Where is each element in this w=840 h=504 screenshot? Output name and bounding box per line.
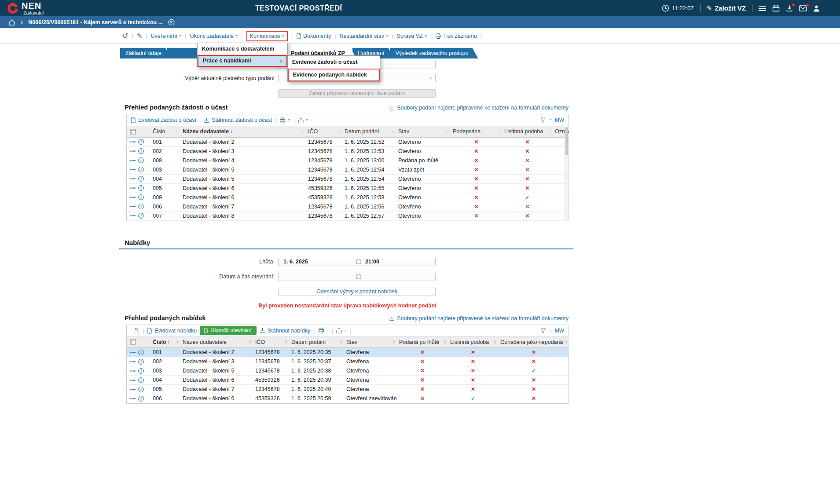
info-icon[interactable]: i <box>138 350 144 355</box>
table-row[interactable]: i007Dodavatel - školení 8123456781. 6. 2… <box>127 211 569 220</box>
table-row[interactable]: i009Dodavatel - školení 6453593261. 6. 2… <box>127 193 569 202</box>
print-button[interactable]: ▽ <box>279 117 290 123</box>
table-row[interactable]: i002Dodavatel - školení 3123456781. 6. 2… <box>127 357 569 366</box>
calendar-icon[interactable] <box>772 5 780 12</box>
filter-caret-icon[interactable]: ▽ <box>285 341 287 344</box>
filter-caret-icon[interactable]: ▽ <box>393 341 395 344</box>
mail-icon[interactable] <box>799 5 807 11</box>
column-header[interactable]: Stav▽ <box>344 337 396 348</box>
filter-caret-icon[interactable]: ▽ <box>340 341 342 344</box>
calendar-small-icon[interactable] <box>356 274 361 279</box>
filter-caret-icon[interactable]: ▽ <box>494 341 496 344</box>
lhuta-field[interactable]: 1. 6. 2025 21:00 <box>278 258 436 266</box>
info-icon[interactable]: i <box>138 148 144 154</box>
print-button[interactable]: ▽ <box>318 328 329 333</box>
filter-caret-icon[interactable]: ▽ <box>176 130 179 134</box>
row-menu-icon[interactable] <box>130 187 136 189</box>
filter-icon[interactable] <box>540 328 546 333</box>
table-row[interactable]: i006Dodavatel - školení 7123456781. 6. 2… <box>127 202 569 211</box>
toolbar-item-dokumenty[interactable]: Dokumenty <box>296 33 331 39</box>
row-menu-icon[interactable] <box>130 141 136 142</box>
filter-caret-icon[interactable]: ▽ <box>498 130 500 134</box>
download-offers-button[interactable]: Stáhnout nabídky <box>260 328 310 334</box>
row-menu-icon[interactable] <box>130 197 136 198</box>
finish-opening-button[interactable]: Ukončit otevírání <box>200 326 257 335</box>
row-menu-icon[interactable] <box>130 150 136 152</box>
filter-caret-icon[interactable]: ▽ <box>392 130 394 134</box>
table-row[interactable]: i001Dodavatel - školení 2123456781. 6. 2… <box>127 348 569 357</box>
filter-caret-icon[interactable]: ▽ <box>565 341 568 344</box>
row-menu-icon[interactable] <box>130 361 136 362</box>
toolbar-item-komunikace[interactable]: Komunikace▽ Komunikace s dodavatelem Prá… <box>246 31 288 41</box>
column-header[interactable]: Listinná podoba▽ <box>502 126 552 137</box>
row-menu-icon[interactable] <box>130 206 136 207</box>
offers-files-link[interactable]: Soubory podání najdete připravené ke sta… <box>389 315 569 321</box>
table-scrollbar[interactable] <box>565 126 568 221</box>
filter-caret-icon[interactable]: ▽ <box>249 341 251 344</box>
table-row[interactable]: i004Dodavatel - školení 5123456781. 6. 2… <box>127 174 569 183</box>
menu-item-komunikace-s-dodavatelem[interactable]: Komunikace s dodavatelem <box>198 43 287 55</box>
filter-caret-icon[interactable]: ▽ <box>444 341 446 344</box>
column-header[interactable]: Označena jako nepodaná▽ <box>498 337 569 348</box>
toolbar-item-tisk-zaznamu[interactable]: Tisk záznamu <box>435 33 477 39</box>
menu-item-evidence-podanych-nabidek[interactable]: Evidence podaných nabídek <box>288 69 380 81</box>
filter-caret-icon[interactable]: ▽ <box>338 130 341 134</box>
info-icon[interactable]: i <box>138 194 144 200</box>
calendar-small-icon[interactable] <box>356 259 361 264</box>
table-row[interactable]: i001Dodavatel - školení 2123456781. 6. 2… <box>127 137 569 146</box>
info-icon[interactable]: i <box>138 377 144 383</box>
column-header[interactable]: Název dodavatele ↑▽ <box>180 126 305 137</box>
info-icon[interactable]: i <box>138 387 144 392</box>
row-menu-icon[interactable] <box>130 389 136 390</box>
menu-icon[interactable] <box>759 6 766 11</box>
info-icon[interactable]: i <box>138 359 144 365</box>
row-menu-icon[interactable] <box>130 370 136 372</box>
table-row[interactable]: i003Dodavatel - školení 5123456781. 6. 2… <box>127 165 569 174</box>
column-header[interactable]: Listinná podoba▽ <box>448 337 498 348</box>
create-vz-button[interactable]: ✎ Založit VZ <box>707 4 746 12</box>
column-header[interactable]: Datum podání▽ <box>342 126 396 137</box>
column-header[interactable]: Číslo▽ <box>150 126 180 137</box>
column-header[interactable]: Datum podání▽ <box>289 337 344 348</box>
filter-icon[interactable] <box>540 117 546 123</box>
export-button[interactable]: ▽ <box>336 328 346 333</box>
register-offer-button[interactable]: Evidovat nabídku <box>147 328 197 334</box>
info-icon[interactable]: i <box>138 213 144 219</box>
table-row[interactable]: i006Dodavatel - školení 6453593261. 6. 2… <box>127 394 569 403</box>
menu-item-evidence-zadosti-o-ucast[interactable]: Evidence žádostí o účast <box>288 56 380 69</box>
row-menu-icon[interactable] <box>130 398 136 399</box>
toolbar-item-ukony-zadavatele[interactable]: Úkony zadavatele▽ <box>190 33 238 39</box>
filter-caret-icon[interactable]: ▽ <box>176 341 179 344</box>
row-menu-icon[interactable] <box>130 169 136 170</box>
menu-item-prace-s-nabidkami[interactable]: Práce s nabídkami › <box>198 55 287 67</box>
info-icon[interactable]: i <box>138 185 144 191</box>
download-icon[interactable] <box>786 5 793 12</box>
breadcrumb-item[interactable]: N006/25/V00005181 - Nájem serverů s tech… <box>28 19 163 26</box>
opening-datetime-field[interactable] <box>278 273 436 281</box>
info-icon[interactable]: i <box>138 167 144 172</box>
column-header[interactable]: IČO▽ <box>253 337 289 348</box>
chevron-down-icon[interactable]: ▽ <box>549 329 551 333</box>
chevron-down-icon[interactable]: ▽ <box>549 119 551 122</box>
row-menu-icon[interactable] <box>130 160 136 161</box>
send-offer-invitation-button[interactable]: Odeslání výzvy k podání nabídek <box>278 288 436 296</box>
mw-toggle[interactable]: MW <box>555 328 564 334</box>
participant-icon[interactable] <box>133 328 139 333</box>
nen-logo[interactable]: NEN Zadavatel <box>7 1 44 15</box>
column-header[interactable]: Stav▽ <box>396 126 450 137</box>
column-header[interactable]: Název dodavatele▽ <box>180 337 253 348</box>
tab-zakladni-udaje[interactable]: Základní údaje <box>120 48 171 58</box>
info-icon[interactable]: i <box>138 368 144 374</box>
requests-files-link[interactable]: Soubory podání najdete připravené ke sta… <box>389 105 569 111</box>
export-button[interactable]: ▽ <box>298 117 308 123</box>
toolbar-item-uverejneni[interactable]: Uveřejnění▽ <box>150 33 181 39</box>
close-icon[interactable] <box>168 19 175 26</box>
column-header[interactable]: Podepsána▽ <box>450 126 502 137</box>
row-menu-icon[interactable] <box>130 215 136 216</box>
table-row[interactable]: i005Dodavatel - školení 7123456781. 6. 2… <box>127 385 569 394</box>
filter-caret-icon[interactable]: ▽ <box>302 130 304 134</box>
info-icon[interactable]: i <box>138 139 144 145</box>
start-next-phase-button[interactable]: Zahájit přípravu následující fáze podání <box>278 89 436 98</box>
info-icon[interactable]: i <box>138 204 144 209</box>
info-icon[interactable]: i <box>138 396 144 402</box>
